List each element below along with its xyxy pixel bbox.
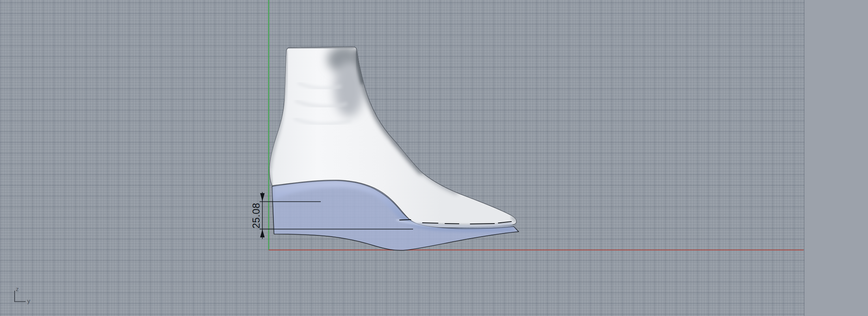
axis-gizmo-z-label: z xyxy=(16,286,19,292)
cad-viewport: { "viewport": { "dimension": { "value": … xyxy=(0,0,868,316)
dimension-arrow-bottom xyxy=(260,229,264,238)
viewport-scene: 25.08 z y xyxy=(0,0,868,316)
dimension-value-label: 25.08 xyxy=(251,203,262,228)
axis-gizmo-y-label: y xyxy=(27,297,30,304)
dimension-arrow-top xyxy=(260,193,264,201)
axis-gizmo: z y xyxy=(15,286,30,304)
axis-gizmo-arms xyxy=(15,291,26,302)
